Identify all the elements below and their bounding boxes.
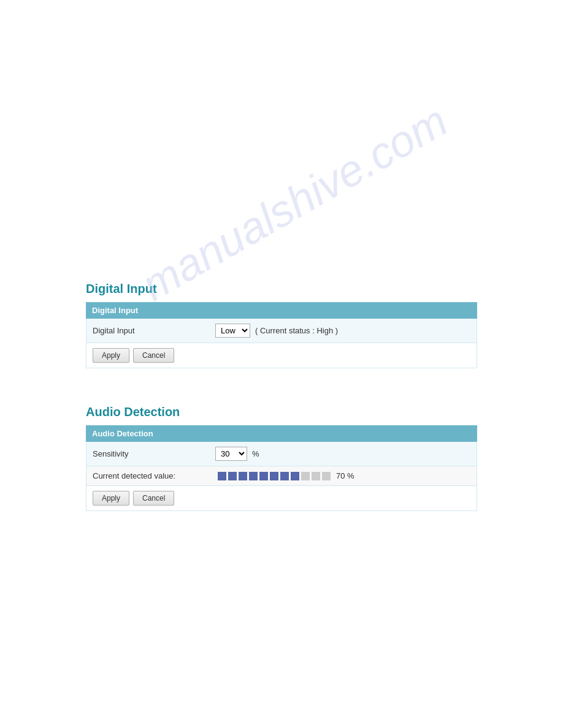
audio-detection-table: Audio Detection: [86, 425, 477, 442]
digital-input-header: Digital Input: [86, 302, 477, 319]
digital-input-label: Digital Input: [93, 326, 215, 335]
bar-seg-1: [218, 472, 226, 480]
digital-input-row: Digital Input Low High ( Current status …: [86, 319, 477, 343]
digital-input-section: Digital Input Digital Input Digital Inpu…: [86, 282, 477, 368]
audio-cancel-button[interactable]: Cancel: [133, 491, 174, 506]
bar-seg-2: [228, 472, 237, 480]
audio-apply-button[interactable]: Apply: [93, 491, 129, 506]
audio-detection-section: Audio Detection Audio Detection Sensitiv…: [86, 405, 477, 511]
audio-detection-title: Audio Detection: [86, 405, 477, 419]
bar-seg-8: [291, 472, 299, 480]
audio-button-row: Apply Cancel: [86, 486, 477, 511]
sensitivity-label: Sensitivity: [93, 449, 215, 458]
sensitivity-controls: 10 20 30 40 50 60 70 80 90 100 %: [215, 447, 259, 461]
digital-input-apply-button[interactable]: Apply: [93, 348, 129, 363]
digital-input-table: Digital Input: [86, 302, 477, 319]
bar-seg-3: [239, 472, 247, 480]
audio-detection-header: Audio Detection: [86, 425, 477, 442]
digital-input-select[interactable]: Low High: [215, 324, 250, 338]
bar-seg-6: [270, 472, 278, 480]
bar-seg-4: [249, 472, 258, 480]
audio-bar-container: 70 %: [218, 471, 354, 480]
detected-value-row: Current detected value: 70 %: [86, 466, 477, 486]
digital-input-button-row: Apply Cancel: [86, 343, 477, 368]
bar-seg-5: [259, 472, 268, 480]
bar-seg-11: [322, 472, 331, 480]
digital-input-controls: Low High ( Current status : High ): [215, 324, 338, 338]
sensitivity-unit: %: [252, 449, 259, 458]
sensitivity-select[interactable]: 10 20 30 40 50 60 70 80 90 100: [215, 447, 247, 461]
digital-input-title: Digital Input: [86, 282, 477, 296]
bar-seg-9: [301, 472, 310, 480]
bar-seg-7: [280, 472, 289, 480]
digital-input-status: ( Current status : High ): [255, 326, 338, 335]
detected-label: Current detected value:: [93, 471, 215, 480]
sensitivity-row: Sensitivity 10 20 30 40 50 60 70 80 90 1…: [86, 442, 477, 466]
bar-seg-10: [312, 472, 320, 480]
detected-percent: 70 %: [336, 471, 354, 480]
digital-input-cancel-button[interactable]: Cancel: [133, 348, 174, 363]
